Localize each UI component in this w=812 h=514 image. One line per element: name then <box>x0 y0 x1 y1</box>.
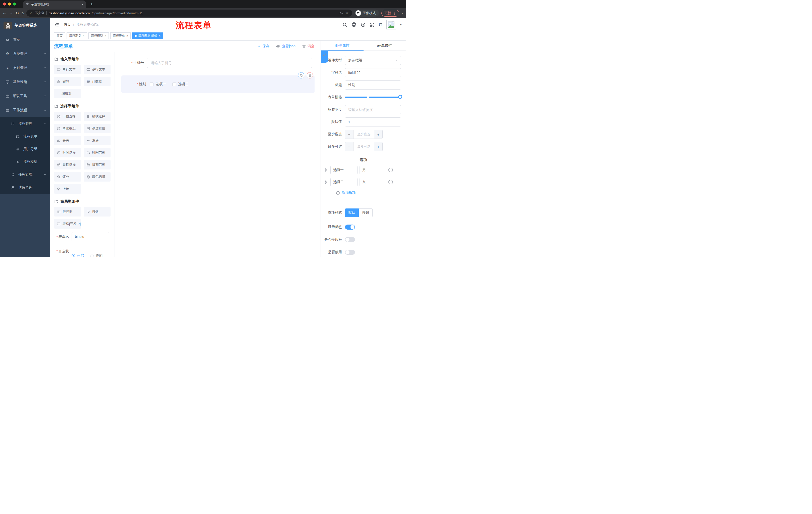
sidebar-item-leave-query[interactable]: 请假查询 <box>0 181 50 194</box>
breadcrumb-home[interactable]: 首页 <box>64 22 71 27</box>
selected-gender-component[interactable]: *性别 选项一 选项二 <box>121 76 315 93</box>
palette-item-time-range[interactable]: 时间范围 <box>84 148 111 157</box>
palette-item-button[interactable]: 按钮 <box>84 207 111 217</box>
route-tab-close-icon[interactable]: × <box>126 34 128 38</box>
address-bar[interactable]: ⚠ 不安全 dashboard.yudao.iocoder.cn/bpm/man… <box>26 9 352 17</box>
palette-item-upload[interactable]: 上传 <box>54 184 81 194</box>
sidebar-item-devtools[interactable]: 研发工具 <box>0 89 50 103</box>
view-json-button[interactable]: 查看json <box>276 44 295 49</box>
copy-component-button[interactable] <box>298 72 304 78</box>
route-tab-process-form[interactable]: 流程表单× <box>110 32 130 39</box>
remove-option-icon[interactable] <box>388 167 393 172</box>
checkbox-icon[interactable] <box>172 82 176 86</box>
palette-item-time-picker[interactable]: 时间选择 <box>54 148 81 157</box>
sidebar-item-payment[interactable]: ¥ 支付管理 <box>0 61 50 75</box>
tab-close-icon[interactable]: × <box>81 2 83 6</box>
max-select-stepper[interactable]: − 最多可选 + <box>345 142 383 151</box>
window-controls[interactable] <box>0 0 20 8</box>
route-tab-home[interactable]: 首页 <box>54 32 65 39</box>
update-button[interactable]: 更新 ⋮ <box>381 10 399 17</box>
avatar-caret-icon[interactable]: ▾ <box>400 23 402 26</box>
palette-item-date-range[interactable]: 日期范围 <box>84 160 111 169</box>
phone-field-row[interactable]: *手机号 <box>115 58 312 68</box>
gender-option-2[interactable]: 选项二 <box>172 82 188 86</box>
palette-item-editor[interactable]: 编辑器 <box>54 89 81 98</box>
radio-on-icon[interactable] <box>71 254 75 257</box>
slider-handle[interactable] <box>398 95 402 99</box>
tab-component-props[interactable]: 组件属性 <box>321 41 364 51</box>
save-button[interactable]: ✓保存 <box>258 44 269 49</box>
status-on-radio[interactable]: 开启 <box>71 253 84 257</box>
github-icon[interactable] <box>351 22 356 27</box>
font-size-icon[interactable]: tT <box>379 23 382 27</box>
palette-item-color-picker[interactable]: 颜色选择 <box>84 172 111 182</box>
remove-option-icon[interactable] <box>388 180 393 185</box>
status-off-radio[interactable]: 关闭 <box>90 253 103 257</box>
fullscreen-icon[interactable] <box>370 22 375 27</box>
field-name-input[interactable] <box>345 68 401 77</box>
palette-item-single-text[interactable]: 单行文本 <box>54 64 81 74</box>
style-button-button[interactable]: 按钮 <box>359 209 373 217</box>
sidebar-item-infra[interactable]: 基础设施 <box>0 75 50 89</box>
palette-item-row-container[interactable]: 行容器 <box>54 207 81 217</box>
clear-button[interactable]: 清空 <box>302 44 315 49</box>
option-label-input[interactable] <box>330 178 357 186</box>
home-icon[interactable]: ⌂ <box>21 11 24 15</box>
window-caret-icon[interactable]: ▾ <box>402 12 403 15</box>
palette-item-counter[interactable]: 123计数器 <box>84 77 111 86</box>
password-key-icon[interactable] <box>339 11 343 15</box>
forward-icon[interactable]: → <box>9 11 13 15</box>
maximize-window-button[interactable] <box>13 2 16 5</box>
back-icon[interactable]: ← <box>2 11 6 15</box>
palette-item-switch[interactable]: 开关 <box>54 136 81 145</box>
option-value-input[interactable] <box>359 166 386 174</box>
palette-item-radio-group[interactable]: 单选框组 <box>54 124 81 133</box>
slider-track[interactable] <box>345 97 400 98</box>
sidebar-item-task-mgmt[interactable]: 任务管理 <box>0 168 50 181</box>
palette-item-slider[interactable]: 滑块 <box>84 136 111 145</box>
option-label-input[interactable] <box>330 166 357 174</box>
sidebar-item-process-mgmt[interactable]: 流程管理 <box>0 117 50 130</box>
help-icon[interactable] <box>361 22 366 27</box>
sidebar-item-workflow[interactable]: 工作流程 <box>0 103 50 117</box>
title-input[interactable] <box>345 80 401 89</box>
sidebar-item-process-model[interactable]: 流程模型 <box>0 155 50 168</box>
min-select-stepper[interactable]: − 至少应选 + <box>345 130 383 139</box>
label-width-input[interactable] <box>345 105 401 114</box>
palette-item-checkbox-group[interactable]: 多选框组 <box>84 124 111 133</box>
stepper-minus-button[interactable]: − <box>345 142 353 151</box>
option-value-input[interactable] <box>359 178 386 186</box>
sidebar-item-user-group[interactable]: 用户分组 <box>0 143 50 155</box>
route-tab-process-form-edit[interactable]: 流程表单-编辑× <box>132 32 163 39</box>
palette-item-date-picker[interactable]: 日期选择 <box>54 160 81 169</box>
route-tab-process-def[interactable]: 流程定义× <box>66 32 87 39</box>
close-window-button[interactable] <box>3 2 6 5</box>
disabled-toggle[interactable] <box>345 250 355 255</box>
route-tab-process-model[interactable]: 流程模型× <box>88 32 109 39</box>
sidebar-item-system[interactable]: ⚙ 系统管理 <box>0 47 50 61</box>
stepper-plus-button[interactable]: + <box>374 130 382 139</box>
route-tab-close-icon[interactable]: × <box>83 34 84 38</box>
radio-off-icon[interactable] <box>90 254 94 257</box>
palette-item-multi-text[interactable]: 多行文本 <box>84 64 111 74</box>
bookmark-star-icon[interactable]: ☆ <box>345 11 349 15</box>
phone-input[interactable] <box>147 58 312 68</box>
delete-component-button[interactable] <box>307 72 313 78</box>
palette-item-cascader[interactable]: 级联选择 <box>84 112 111 121</box>
show-label-toggle[interactable] <box>345 224 355 229</box>
style-default-button[interactable]: 默认 <box>345 209 359 217</box>
sidebar-item-process-form[interactable]: 流程表单 <box>0 130 50 143</box>
palette-item-table[interactable]: 表格[开发中] <box>54 219 81 228</box>
gender-option-1[interactable]: 选项一 <box>150 82 166 86</box>
tab-form-props[interactable]: 表单属性 <box>364 41 406 51</box>
drag-handle-icon[interactable] <box>324 180 328 184</box>
palette-item-password[interactable]: 密码 <box>54 77 81 86</box>
route-tab-close-icon[interactable]: × <box>105 34 106 38</box>
drag-handle-icon[interactable] <box>324 168 328 172</box>
collapse-sidebar-icon[interactable] <box>55 22 59 27</box>
route-tab-close-icon[interactable]: × <box>159 34 161 38</box>
palette-item-select[interactable]: 下拉选择 <box>54 112 81 121</box>
form-canvas[interactable]: *手机号 *性别 选项一 选项二 <box>115 52 321 257</box>
border-toggle[interactable] <box>345 237 355 242</box>
form-grid-slider[interactable] <box>345 93 400 102</box>
